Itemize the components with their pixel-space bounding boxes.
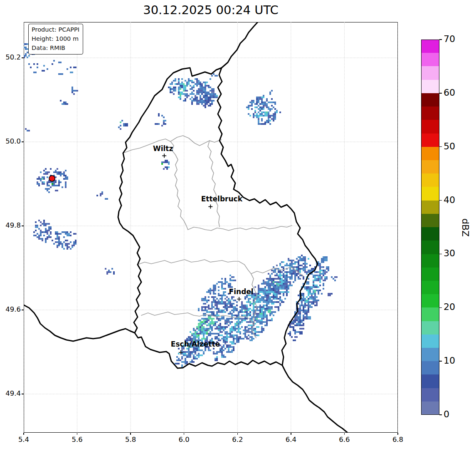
y-axis-tick-label: 49.4 [0, 389, 21, 397]
country-borders [24, 22, 348, 433]
product-info-box: Product: PCAPPI Height: 1000 m Data: RMI… [28, 24, 83, 55]
country-border-belgium-germany [222, 22, 258, 68]
x-axis-tick [23, 433, 24, 435]
x-axis-tick [77, 433, 78, 435]
colorbar-tick-label: 40 [444, 195, 455, 205]
colorbar-segment [421, 53, 439, 66]
x-axis-tick [237, 433, 238, 435]
canton-border [188, 226, 292, 230]
colorbar-segment [421, 173, 439, 187]
y-axis-tick [22, 226, 24, 226]
x-axis-tick [130, 433, 131, 435]
colorbar-segment [421, 294, 439, 307]
country-border-luxembourg [118, 68, 318, 368]
colorbar-segment [421, 40, 439, 53]
y-axis-tick [22, 57, 24, 58]
colorbar-segment [421, 134, 439, 147]
city-label-esch-alzette: Esch/Alzette [171, 340, 220, 348]
colorbar-segment [421, 321, 439, 335]
x-axis-tick-label: 6.4 [281, 436, 301, 444]
colorbar-tick-label: 30 [444, 248, 455, 258]
colorbar-segment [421, 254, 439, 268]
gridlines [24, 22, 398, 433]
y-axis-tick-label: 50.0 [0, 137, 21, 145]
x-axis-tick-label: 6.2 [227, 436, 248, 444]
x-axis-tick-label: 6.6 [334, 436, 355, 444]
colorbar-segment [421, 80, 439, 93]
colorbar-segment [421, 401, 439, 415]
country-border-belgium-france [24, 305, 135, 341]
colorbar-segment [421, 147, 439, 160]
colorbar-tick [439, 93, 442, 94]
colorbar-segment [421, 187, 439, 200]
colorbar-tick [439, 39, 442, 40]
colorbar-segment [421, 107, 439, 120]
radar-echo-layer [24, 40, 338, 368]
colorbar-tick-label: 0 [444, 409, 449, 419]
colorbar-segment [421, 307, 439, 321]
colorbar-segment [421, 361, 439, 374]
colorbar-tick-label: 60 [444, 87, 455, 98]
x-axis-tick [397, 433, 398, 435]
city-label-findel: Findel [229, 287, 254, 296]
height-line: Height: 1000 m [32, 34, 79, 43]
colorbar-label: dBZ [460, 210, 471, 245]
x-axis-tick [184, 433, 185, 435]
colorbar-segment [421, 227, 439, 240]
y-axis-tick [22, 310, 24, 310]
y-axis-tick-label: 49.6 [0, 305, 21, 313]
data-source-line: Data: RMIB [32, 43, 79, 52]
canton-border [208, 141, 220, 227]
colorbar [421, 40, 439, 415]
city-marker-wiltz [162, 154, 166, 158]
x-axis-tick-label: 5.6 [67, 436, 88, 444]
y-axis-tick [22, 394, 24, 394]
colorbar-segment [421, 268, 439, 281]
city-label-ettelbruck: Ettelbruck [201, 195, 243, 203]
x-axis-tick-label: 6.0 [174, 436, 195, 444]
map-annotations: WiltzEttelbruckFindelEsch/Alzette [49, 144, 254, 354]
canton-border [170, 136, 222, 146]
y-axis-tick [22, 141, 24, 142]
city-marker-ettelbruck [208, 205, 212, 209]
colorbar-tick-label: 20 [444, 302, 455, 312]
colorbar-tick-label: 50 [444, 141, 455, 151]
colorbar-segment [421, 388, 439, 401]
colorbar-segment [421, 201, 439, 214]
canton-border [138, 260, 251, 274]
x-axis-tick-label: 5.4 [13, 436, 34, 444]
city-label-wiltz: Wiltz [153, 144, 173, 153]
colorbar-segment [421, 240, 439, 254]
radar-site-marker [49, 176, 55, 181]
colorbar-segment [421, 374, 439, 388]
radar-figure: 30.12.2025 00:24 UTC WiltzEttelbruc [0, 0, 476, 451]
colorbar-tick [439, 361, 442, 362]
radar-map: WiltzEttelbruckFindelEsch/Alzette [24, 22, 398, 433]
y-axis-tick-label: 50.2 [0, 53, 21, 61]
colorbar-segment [421, 348, 439, 361]
x-axis-tick-label: 6.8 [387, 436, 408, 444]
country-border-france-germany [282, 365, 348, 433]
colorbar-tick-label: 10 [444, 355, 455, 366]
colorbar-tick-label: 70 [444, 34, 455, 44]
colorbar-segment [421, 93, 439, 107]
colorbar-segment [421, 160, 439, 173]
x-axis-tick [291, 433, 291, 435]
product-line: Product: PCAPPI [32, 25, 79, 34]
colorbar-segment [421, 66, 439, 79]
map-plot-area: WiltzEttelbruckFindelEsch/Alzette Produc… [24, 22, 398, 433]
colorbar-segment [421, 335, 439, 348]
y-axis-tick-label: 49.8 [0, 221, 21, 229]
city-marker-findel [237, 297, 241, 301]
colorbar-tick [439, 200, 442, 201]
colorbar-tick [439, 307, 442, 308]
colorbar-segment [421, 281, 439, 294]
colorbar-segment [421, 120, 439, 133]
x-axis-tick-label: 5.8 [120, 436, 141, 444]
page-title: 30.12.2025 00:24 UTC [24, 2, 398, 17]
colorbar-segment [421, 214, 439, 227]
colorbar-tick [439, 254, 442, 255]
x-axis-tick [344, 433, 345, 435]
colorbar-tick [439, 414, 442, 415]
colorbar-tick [439, 146, 442, 147]
